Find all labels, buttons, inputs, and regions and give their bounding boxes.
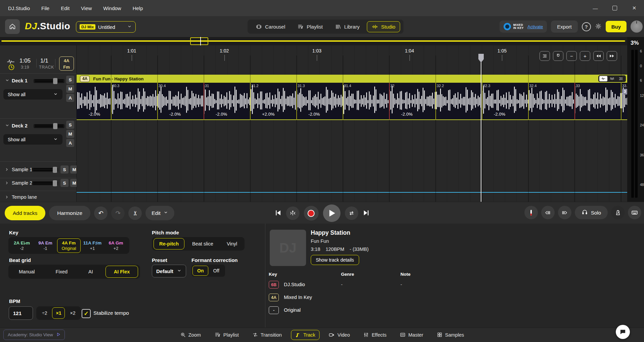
tab-library[interactable]: Library	[330, 21, 364, 32]
beat-grid-option-ai-flex[interactable]: AI Flex	[105, 266, 138, 278]
undo-icon[interactable]: ↶	[94, 206, 108, 220]
menu-item-djstudio[interactable]: DJ.Studio	[8, 5, 30, 11]
zoom-in-icon[interactable]: +	[580, 51, 590, 61]
timeline-canvas[interactable]: 4A Fun Fun - Happy Station 3 -2.0%30.330…	[77, 45, 627, 202]
pitch-option-re-pitch[interactable]: Re-pitch	[154, 238, 184, 250]
pitch-option-beat-slice[interactable]: Beat slice	[186, 238, 219, 250]
redo-icon[interactable]: ↷	[111, 206, 125, 220]
slider-handle[interactable]	[53, 180, 57, 186]
project-selector[interactable]: DJ Mix Untitled	[76, 21, 136, 33]
avatar[interactable]	[631, 21, 643, 33]
sample-2-s-button[interactable]: S	[60, 179, 69, 187]
beat-grid-option-manual[interactable]: Manual	[10, 266, 43, 278]
bpm-input[interactable]	[9, 306, 33, 320]
deck-2-s-button[interactable]: S	[66, 121, 74, 129]
sample-header-2[interactable]: Sample 2	[5, 180, 32, 186]
menu-item-view[interactable]: View	[81, 5, 92, 11]
tempo-lane-header[interactable]: Tempo lane	[5, 194, 37, 200]
key-option-9AEm[interactable]: 9A Em-1	[34, 238, 57, 253]
close-icon[interactable]: ✕	[625, 0, 644, 16]
home-button[interactable]	[5, 19, 20, 34]
bottom-tab-track[interactable]: Track	[291, 330, 320, 340]
bottom-tab-playlist[interactable]: Playlist	[210, 329, 243, 340]
marker-icon[interactable]	[524, 206, 538, 219]
add-tracks-button[interactable]: Add tracks	[5, 206, 45, 220]
menu-item-edit[interactable]: Edit	[61, 5, 70, 11]
volume-slider[interactable]	[32, 181, 58, 185]
metronome-icon[interactable]	[611, 206, 625, 219]
deck-2-a-button[interactable]: A	[66, 139, 74, 147]
key-option-6AGm[interactable]: 6A Gm+2	[104, 238, 128, 253]
slider-handle[interactable]	[53, 78, 57, 84]
solo-button[interactable]: Solo	[575, 206, 608, 219]
key-option-2AEm[interactable]: 2A E♭m-2	[10, 238, 34, 253]
tab-studio[interactable]: Studio	[367, 21, 400, 32]
mix-overview-strip[interactable]	[0, 37, 627, 45]
deck-2-filter-select[interactable]: Show all	[3, 134, 62, 145]
minimize-icon[interactable]: —	[586, 0, 605, 16]
menu-item-file[interactable]: File	[41, 5, 49, 11]
stabilize-tempo-checkbox[interactable]: ✓	[82, 309, 91, 318]
fast-forward-icon[interactable]	[607, 51, 617, 61]
nudge-right-icon[interactable]	[558, 206, 571, 219]
menu-item-help[interactable]: Help	[133, 5, 143, 11]
nudge-left-icon[interactable]	[541, 206, 555, 219]
deck-1-filter-select[interactable]: Show all	[3, 89, 62, 100]
playhead-handle[interactable]	[478, 54, 484, 63]
volume-slider[interactable]	[34, 79, 65, 83]
preset-dropdown[interactable]: Default	[152, 265, 186, 277]
overlap-view-icon[interactable]	[608, 76, 616, 81]
bottom-tab-video[interactable]: Video	[325, 330, 354, 340]
harmonize-button[interactable]: Harmonize	[49, 206, 90, 220]
edit-menu-button[interactable]: Edit	[145, 206, 174, 220]
formant-on[interactable]: On	[192, 266, 208, 276]
bpm-multiplier-÷2[interactable]: ÷2	[38, 307, 51, 319]
skip-to-start-icon[interactable]	[274, 209, 282, 218]
activate-link[interactable]: Activate	[527, 24, 543, 29]
sample-1-s-button[interactable]: S	[60, 165, 69, 174]
maximize-icon[interactable]	[605, 0, 625, 16]
menu-item-window[interactable]: Window	[103, 5, 121, 11]
key-option-11AFm[interactable]: 11A F♯m+1	[81, 238, 104, 253]
loop-icon[interactable]	[345, 206, 358, 220]
keyboard-shortcuts-icon[interactable]	[628, 206, 641, 219]
cue-marker-badge[interactable]: 3	[622, 89, 628, 94]
split-at-playhead-icon[interactable]	[286, 206, 299, 220]
volume-slider[interactable]	[34, 124, 65, 128]
scissors-icon[interactable]: ✂	[128, 206, 142, 220]
bottom-tab-effects[interactable]: Effects	[359, 330, 391, 340]
rewind-icon[interactable]	[593, 51, 604, 61]
tempo-automation-line[interactable]	[77, 192, 627, 193]
tab-playlist[interactable]: Playlist	[293, 21, 328, 32]
sample-header-1[interactable]: Sample 1	[5, 166, 32, 173]
record-button[interactable]	[304, 206, 318, 221]
key-option-4AFm[interactable]: 4A FmOriginal	[57, 238, 81, 253]
academy-button[interactable]: Academy: Studio View	[3, 330, 65, 340]
deck-1-m-button[interactable]: M	[66, 85, 74, 93]
bottom-tab-zoom[interactable]: Zoom	[176, 330, 205, 340]
bottom-tab-transition[interactable]: Transition	[248, 330, 286, 340]
skip-to-end-icon[interactable]	[362, 209, 370, 218]
bpm-multiplier-×2[interactable]: ×2	[66, 307, 79, 319]
bpm-multiplier-×1[interactable]: ×1	[52, 307, 65, 319]
deck-1-s-button[interactable]: S	[66, 76, 74, 84]
snap-magnet-icon[interactable]	[553, 51, 563, 61]
pitch-option-vinyl[interactable]: Vinyl	[221, 238, 243, 250]
overview-viewport-box[interactable]	[190, 37, 208, 45]
settings-gear-icon[interactable]	[595, 23, 602, 31]
track-clip[interactable]: 4A Fun Fun - Happy Station 3 -2.0%30.330…	[77, 75, 627, 120]
zoom-out-icon[interactable]: −	[566, 51, 577, 61]
bottom-tab-master[interactable]: Master	[396, 330, 428, 340]
bottom-tab-samples[interactable]: Samples	[432, 330, 468, 340]
show-track-details-button[interactable]: Show track details	[311, 255, 359, 265]
play-button[interactable]	[323, 204, 340, 222]
deck-header-1[interactable]: Deck 1	[5, 78, 28, 84]
waveform-view-icon[interactable]	[599, 76, 607, 81]
clip-header[interactable]: 4A Fun Fun - Happy Station	[77, 75, 627, 83]
buy-button[interactable]: Buy	[606, 21, 627, 32]
deck-header-2[interactable]: Deck 2	[5, 123, 28, 129]
beat-grid-option-fixed[interactable]: Fixed	[47, 266, 76, 278]
help-icon[interactable]: ?	[582, 22, 591, 31]
deck-1-a-button[interactable]: A	[66, 94, 74, 102]
auto-scroll-icon[interactable]	[540, 51, 550, 61]
